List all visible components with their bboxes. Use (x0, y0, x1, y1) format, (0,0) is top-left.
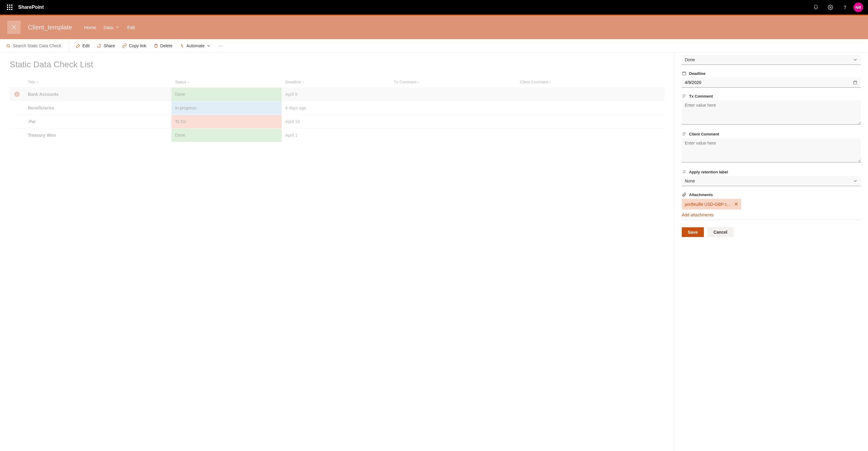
notifications-button[interactable] (809, 0, 823, 15)
flow-icon (180, 43, 185, 48)
row-deadline: 6 days ago (282, 101, 390, 115)
pencil-icon (76, 43, 81, 48)
status-badge: Done (172, 129, 282, 142)
bell-icon (813, 4, 818, 10)
col-client-comment[interactable]: Client Comment▾ (516, 77, 664, 88)
link-icon (122, 43, 127, 48)
text-icon (682, 94, 687, 98)
retention-label: Apply retention label (689, 170, 728, 174)
svg-point-2 (7, 44, 9, 47)
search-icon (6, 43, 10, 48)
avatar[interactable]: NR (854, 2, 863, 12)
question-icon (842, 4, 848, 10)
field-client-comment: Client Comment (682, 132, 861, 163)
calendar-icon (682, 71, 687, 76)
cmd-copy-link[interactable]: Copy link (119, 41, 149, 51)
field-tx-comment: Tx Comment (682, 94, 861, 125)
nav-data-label: Data (103, 25, 113, 30)
svg-rect-4 (854, 81, 857, 84)
site-nav: Client_template Home Data Edit (0, 16, 868, 39)
command-bar: Edit Share Copy link Delete Automate ··· (0, 39, 868, 52)
search-input[interactable] (13, 43, 66, 48)
trash-icon (154, 43, 158, 48)
edit-panel: Done Deadline Tx Comment (674, 52, 868, 451)
paperclip-icon (682, 192, 687, 197)
status-badge: To Do (172, 115, 282, 128)
cmd-delete[interactable]: Delete (151, 41, 175, 51)
client-comment-label: Client Comment (689, 132, 719, 136)
list-table: Title▾ Status▾ Deadline▾ Tx Comment▾ Cli… (10, 77, 664, 142)
save-button[interactable]: Save (682, 227, 704, 237)
cmd-share-label: Share (103, 43, 115, 48)
suite-header: SharePoint NR (0, 0, 868, 15)
table-row[interactable]: ✓Bank AccountsDoneApril 9 (10, 88, 664, 101)
cmd-copy-link-label: Copy link (129, 43, 146, 48)
deadline-input[interactable] (685, 80, 853, 85)
row-title: .Par (24, 115, 172, 129)
site-logo[interactable] (7, 21, 21, 34)
search-box[interactable] (4, 39, 69, 52)
row-title: Bank Accounts (24, 88, 172, 101)
svg-rect-3 (683, 72, 686, 75)
tx-comment-label: Tx Comment (689, 94, 713, 98)
deadline-input-wrap (682, 78, 861, 88)
chevron-down-icon (853, 57, 858, 62)
settings-button[interactable] (823, 0, 838, 15)
cmd-more[interactable]: ··· (215, 41, 227, 51)
cancel-button[interactable]: Cancel (708, 227, 734, 237)
table-row[interactable]: .ParTo DoApril 10 (10, 115, 664, 129)
status-badge: Done (172, 88, 282, 101)
nav-data[interactable]: Data (103, 25, 120, 30)
col-status[interactable]: Status▾ (172, 77, 282, 88)
chevron-down-icon (853, 178, 858, 184)
attachments-label: Attachments (689, 193, 713, 197)
status-value: Done (685, 57, 695, 62)
chevron-down-icon (206, 43, 211, 48)
col-deadline[interactable]: Deadline▾ (282, 77, 390, 88)
page-title: Static Data Check List (10, 60, 664, 69)
app-launcher-button[interactable] (2, 0, 17, 15)
client-comment-input[interactable] (682, 138, 861, 163)
calendar-picker-icon[interactable] (853, 80, 858, 85)
text-icon (682, 132, 687, 136)
nav-home[interactable]: Home (84, 25, 96, 30)
attachment-chip[interactable]: portfeuille USD-GBP c… ✕ (682, 199, 741, 209)
selected-check-icon: ✓ (14, 91, 20, 97)
nav-edit[interactable]: Edit (127, 25, 135, 30)
status-badge: In progress (172, 101, 282, 115)
field-retention: Apply retention label None (682, 169, 861, 186)
status-dropdown[interactable]: Done (682, 55, 861, 65)
cmd-edit-label: Edit (82, 43, 90, 48)
row-deadline: April 10 (282, 115, 390, 129)
tx-comment-input[interactable] (682, 100, 861, 124)
site-logo-icon (10, 24, 17, 31)
row-title: Beneficiaries (24, 101, 172, 115)
cmd-delete-label: Delete (160, 43, 172, 48)
add-attachments-link[interactable]: Add attachments (682, 213, 861, 220)
share-icon (97, 43, 102, 48)
site-title[interactable]: Client_template (28, 24, 72, 31)
retention-dropdown[interactable]: None (682, 176, 861, 186)
deadline-label: Deadline (689, 71, 705, 76)
table-row[interactable]: BeneficiariesIn progress6 days ago (10, 101, 664, 115)
cmd-edit[interactable]: Edit (73, 41, 93, 51)
attachment-name: portfeuille USD-GBP c… (685, 202, 731, 207)
row-deadline: April 9 (282, 88, 390, 101)
row-deadline: April 1 (282, 129, 390, 142)
table-row[interactable]: Treasury WireDoneApril 1 (10, 129, 664, 142)
product-name: SharePoint (18, 4, 43, 10)
field-attachments: Attachments portfeuille USD-GBP c… ✕ Add… (682, 192, 861, 220)
col-title[interactable]: Title▾ (24, 77, 172, 88)
help-button[interactable] (838, 0, 852, 15)
waffle-icon (7, 4, 12, 10)
field-status: Done (682, 55, 861, 65)
svg-point-0 (830, 7, 831, 8)
chevron-down-icon (115, 25, 120, 30)
remove-attachment-button[interactable]: ✕ (734, 201, 738, 207)
cmd-share[interactable]: Share (94, 41, 118, 51)
cmd-automate-label: Automate (187, 43, 205, 48)
cmd-automate[interactable]: Automate (177, 41, 214, 51)
row-title: Treasury Wire (24, 129, 172, 142)
list-area: Static Data Check List Title▾ Status▾ De… (0, 52, 674, 451)
col-tx-comment[interactable]: Tx Comment▾ (391, 77, 516, 88)
